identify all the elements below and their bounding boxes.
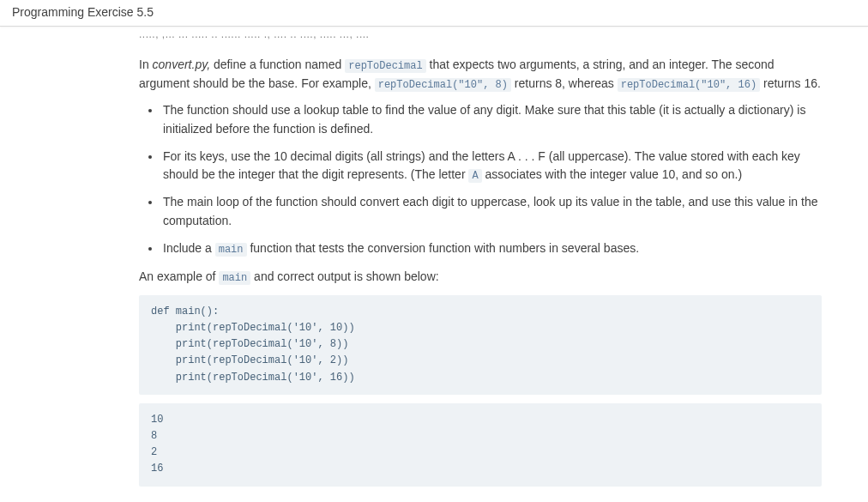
page-header: Programming Exercise 5.5 [0, 0, 868, 27]
truncated-line: ....., ,... ... ..... .. ...... ..... .,… [112, 27, 849, 45]
code-block-main: def main(): print(repToDecimal('10', 10)… [139, 295, 822, 395]
exercise-content: ....., ,... ... ..... .. ...... ..... .,… [112, 27, 849, 502]
intro-paragraph: In convert.py, define a function named r… [139, 56, 822, 93]
list-item: For its keys, use the 10 decimal digits … [161, 148, 822, 184]
intro-mid3: returns 16. [760, 76, 821, 90]
inline-code-main2: main [219, 271, 250, 285]
inline-code-reptodecimal: repToDecimal [345, 59, 425, 73]
intro-filename: convert.py, [153, 57, 210, 71]
bullet-post: function that tests the conversion funct… [247, 241, 640, 255]
requirements-list: The function should use a lookup table t… [161, 101, 822, 257]
example-post: and correct output is shown below: [250, 269, 438, 283]
bullet-text: The function should use a lookup table t… [163, 103, 805, 136]
inline-code-call-8: repToDecimal("10", 8) [375, 78, 511, 92]
code-block-output: 10 8 2 16 [139, 403, 822, 487]
intro-mid2: returns 8, whereas [511, 76, 618, 90]
bullet-post: associates with the integer value 10, an… [482, 167, 743, 181]
list-item: The function should use a lookup table t… [161, 101, 822, 138]
list-item: The main loop of the function should con… [161, 193, 822, 230]
inline-code-call-16: repToDecimal("10", 16) [618, 78, 760, 92]
bullet-text: The main loop of the function should con… [163, 195, 818, 227]
list-item: Include a main function that tests the c… [161, 239, 822, 258]
inline-code-main: main [215, 243, 247, 257]
bullet-pre: Include a [163, 241, 215, 255]
page-title: Programming Exercise 5.5 [12, 5, 856, 19]
inline-code-a: A [468, 169, 481, 183]
example-intro: An example of main and correct output is… [139, 268, 822, 287]
intro-pre1: In [139, 57, 153, 71]
intro-post1: define a function named [210, 57, 345, 71]
example-pre: An example of [139, 269, 219, 283]
